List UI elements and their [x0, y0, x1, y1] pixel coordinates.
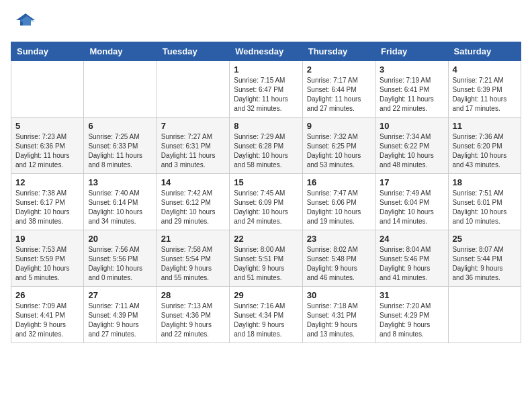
- day-number: 15: [234, 177, 298, 187]
- day-number: 31: [380, 290, 443, 300]
- header-friday: Friday: [375, 42, 448, 61]
- calendar-cell: 15Sunrise: 7:45 AM Sunset: 6:09 PM Dayli…: [230, 174, 302, 230]
- calendar-cell: 11Sunrise: 7:36 AM Sunset: 6:20 PM Dayli…: [448, 118, 521, 174]
- calendar-cell: 23Sunrise: 8:02 AM Sunset: 5:48 PM Dayli…: [302, 230, 375, 287]
- calendar-week-5: 26Sunrise: 7:09 AM Sunset: 4:41 PM Dayli…: [11, 287, 521, 343]
- calendar-cell: [11, 61, 84, 118]
- day-info: Sunrise: 7:21 AM Sunset: 6:39 PM Dayligh…: [453, 76, 517, 113]
- day-info: Sunrise: 7:11 AM Sunset: 4:39 PM Dayligh…: [88, 302, 152, 339]
- day-info: Sunrise: 7:53 AM Sunset: 5:59 PM Dayligh…: [15, 245, 79, 283]
- calendar-cell: 25Sunrise: 8:07 AM Sunset: 5:44 PM Dayli…: [448, 230, 521, 287]
- calendar-cell: 16Sunrise: 7:47 AM Sunset: 6:06 PM Dayli…: [302, 174, 375, 230]
- day-number: 4: [453, 64, 517, 75]
- calendar-cell: 22Sunrise: 8:00 AM Sunset: 5:51 PM Dayli…: [230, 230, 302, 287]
- day-info: Sunrise: 7:40 AM Sunset: 6:14 PM Dayligh…: [88, 189, 152, 226]
- day-number: 21: [161, 234, 225, 244]
- day-info: Sunrise: 8:00 AM Sunset: 5:51 PM Dayligh…: [234, 245, 298, 283]
- calendar-header-row: SundayMondayTuesdayWednesdayThursdayFrid…: [11, 42, 521, 61]
- calendar-cell: 2Sunrise: 7:17 AM Sunset: 6:44 PM Daylig…: [302, 61, 375, 118]
- day-number: 16: [307, 177, 371, 187]
- day-info: Sunrise: 7:38 AM Sunset: 6:17 PM Dayligh…: [15, 189, 79, 226]
- day-info: Sunrise: 7:58 AM Sunset: 5:54 PM Dayligh…: [161, 245, 225, 283]
- day-number: 14: [161, 177, 225, 187]
- day-info: Sunrise: 7:45 AM Sunset: 6:09 PM Dayligh…: [234, 189, 298, 226]
- header-sunday: Sunday: [11, 42, 84, 61]
- day-number: 29: [234, 290, 298, 300]
- day-info: Sunrise: 7:18 AM Sunset: 4:31 PM Dayligh…: [307, 302, 371, 339]
- calendar-week-1: 1Sunrise: 7:15 AM Sunset: 6:47 PM Daylig…: [11, 61, 521, 118]
- day-info: Sunrise: 7:36 AM Sunset: 6:20 PM Dayligh…: [453, 132, 517, 170]
- calendar-week-3: 12Sunrise: 7:38 AM Sunset: 6:17 PM Dayli…: [11, 174, 521, 230]
- calendar-cell: [157, 61, 229, 118]
- header-thursday: Thursday: [302, 42, 375, 61]
- day-info: Sunrise: 8:04 AM Sunset: 5:46 PM Dayligh…: [380, 245, 443, 283]
- day-number: 10: [380, 121, 443, 131]
- header-tuesday: Tuesday: [157, 42, 229, 61]
- calendar-cell: 29Sunrise: 7:16 AM Sunset: 4:34 PM Dayli…: [230, 287, 302, 343]
- day-number: 20: [88, 234, 152, 244]
- day-info: Sunrise: 7:51 AM Sunset: 6:01 PM Dayligh…: [453, 189, 517, 226]
- calendar-cell: 7Sunrise: 7:27 AM Sunset: 6:31 PM Daylig…: [157, 118, 229, 174]
- day-number: 12: [15, 177, 79, 187]
- day-number: 23: [307, 234, 371, 244]
- calendar-cell: 30Sunrise: 7:18 AM Sunset: 4:31 PM Dayli…: [302, 287, 375, 343]
- day-info: Sunrise: 7:16 AM Sunset: 4:34 PM Dayligh…: [234, 302, 298, 339]
- calendar-cell: 5Sunrise: 7:23 AM Sunset: 6:36 PM Daylig…: [11, 118, 84, 174]
- day-number: 24: [380, 234, 443, 244]
- calendar-week-2: 5Sunrise: 7:23 AM Sunset: 6:36 PM Daylig…: [11, 118, 521, 174]
- calendar-cell: 26Sunrise: 7:09 AM Sunset: 4:41 PM Dayli…: [11, 287, 84, 343]
- page-header: [11, 11, 521, 35]
- day-info: Sunrise: 7:20 AM Sunset: 4:29 PM Dayligh…: [380, 302, 443, 339]
- calendar-cell: 6Sunrise: 7:25 AM Sunset: 6:33 PM Daylig…: [84, 118, 157, 174]
- day-info: Sunrise: 7:47 AM Sunset: 6:06 PM Dayligh…: [307, 189, 371, 226]
- day-number: 28: [161, 290, 225, 300]
- day-info: Sunrise: 7:15 AM Sunset: 6:47 PM Dayligh…: [234, 76, 298, 113]
- logo: [11, 11, 39, 35]
- calendar-cell: 14Sunrise: 7:42 AM Sunset: 6:12 PM Dayli…: [157, 174, 229, 230]
- calendar-table: SundayMondayTuesdayWednesdayThursdayFrid…: [11, 42, 521, 343]
- day-info: Sunrise: 7:42 AM Sunset: 6:12 PM Dayligh…: [161, 189, 225, 226]
- day-info: Sunrise: 7:19 AM Sunset: 6:41 PM Dayligh…: [380, 76, 443, 113]
- day-info: Sunrise: 7:49 AM Sunset: 6:04 PM Dayligh…: [380, 189, 443, 226]
- day-info: Sunrise: 8:07 AM Sunset: 5:44 PM Dayligh…: [453, 245, 517, 283]
- calendar-cell: 27Sunrise: 7:11 AM Sunset: 4:39 PM Dayli…: [84, 287, 157, 343]
- day-info: Sunrise: 7:17 AM Sunset: 6:44 PM Dayligh…: [307, 76, 371, 113]
- day-number: 30: [307, 290, 371, 300]
- header-monday: Monday: [84, 42, 157, 61]
- logo-icon: [11, 11, 35, 35]
- calendar-cell: [448, 287, 521, 343]
- calendar-cell: 1Sunrise: 7:15 AM Sunset: 6:47 PM Daylig…: [230, 61, 302, 118]
- calendar-cell: 17Sunrise: 7:49 AM Sunset: 6:04 PM Dayli…: [375, 174, 448, 230]
- day-number: 18: [453, 177, 517, 187]
- calendar-cell: 20Sunrise: 7:56 AM Sunset: 5:56 PM Dayli…: [84, 230, 157, 287]
- calendar-cell: 24Sunrise: 8:04 AM Sunset: 5:46 PM Dayli…: [375, 230, 448, 287]
- calendar-cell: 18Sunrise: 7:51 AM Sunset: 6:01 PM Dayli…: [448, 174, 521, 230]
- calendar-cell: 31Sunrise: 7:20 AM Sunset: 4:29 PM Dayli…: [375, 287, 448, 343]
- calendar-cell: 4Sunrise: 7:21 AM Sunset: 6:39 PM Daylig…: [448, 61, 521, 118]
- day-number: 13: [88, 177, 152, 187]
- calendar-cell: 8Sunrise: 7:29 AM Sunset: 6:28 PM Daylig…: [230, 118, 302, 174]
- calendar-cell: 28Sunrise: 7:13 AM Sunset: 4:36 PM Dayli…: [157, 287, 229, 343]
- day-info: Sunrise: 7:29 AM Sunset: 6:28 PM Dayligh…: [234, 132, 298, 170]
- day-info: Sunrise: 7:25 AM Sunset: 6:33 PM Dayligh…: [88, 132, 152, 170]
- day-number: 2: [307, 64, 371, 75]
- day-info: Sunrise: 7:56 AM Sunset: 5:56 PM Dayligh…: [88, 245, 152, 283]
- header-saturday: Saturday: [448, 42, 521, 61]
- day-number: 6: [88, 121, 152, 131]
- calendar-cell: 9Sunrise: 7:32 AM Sunset: 6:25 PM Daylig…: [302, 118, 375, 174]
- calendar-cell: 10Sunrise: 7:34 AM Sunset: 6:22 PM Dayli…: [375, 118, 448, 174]
- calendar-cell: 21Sunrise: 7:58 AM Sunset: 5:54 PM Dayli…: [157, 230, 229, 287]
- calendar-cell: 12Sunrise: 7:38 AM Sunset: 6:17 PM Dayli…: [11, 174, 84, 230]
- day-number: 9: [307, 121, 371, 131]
- day-number: 26: [15, 290, 79, 300]
- day-number: 8: [234, 121, 298, 131]
- day-info: Sunrise: 7:27 AM Sunset: 6:31 PM Dayligh…: [161, 132, 225, 170]
- day-number: 5: [15, 121, 79, 131]
- day-number: 7: [161, 121, 225, 131]
- day-info: Sunrise: 8:02 AM Sunset: 5:48 PM Dayligh…: [307, 245, 371, 283]
- day-number: 19: [15, 234, 79, 244]
- day-number: 17: [380, 177, 443, 187]
- day-info: Sunrise: 7:09 AM Sunset: 4:41 PM Dayligh…: [15, 302, 79, 339]
- day-number: 3: [380, 64, 443, 75]
- day-number: 22: [234, 234, 298, 244]
